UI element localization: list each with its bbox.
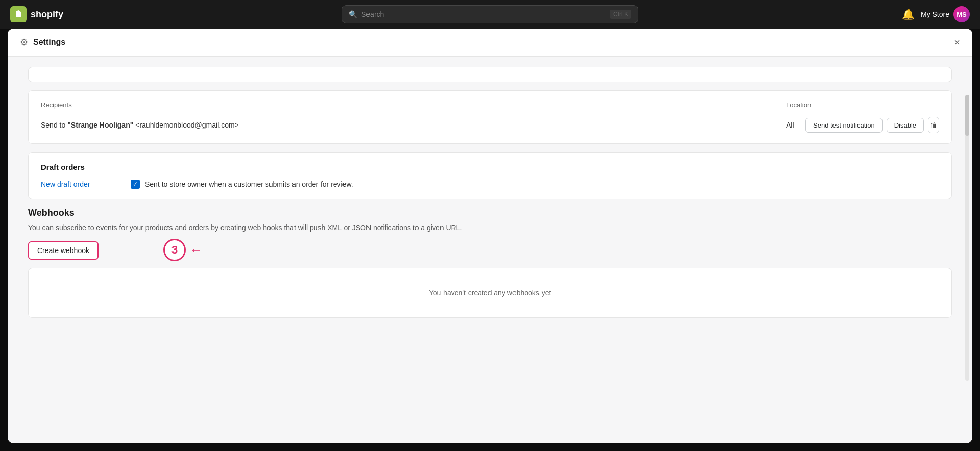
topbar-right: 🔔 My Store MS (902, 6, 970, 22)
step-annotation: 3 ← (163, 239, 202, 261)
location-cell: All Send test notification Disable 🗑 (786, 117, 939, 133)
search-shortcut: Ctrl K (610, 10, 631, 19)
scrollbar-thumb (965, 95, 969, 136)
trash-icon: 🗑 (930, 121, 937, 129)
modal-scrollbar[interactable] (965, 95, 969, 381)
webhooks-title: Webhooks (28, 208, 952, 218)
empty-webhooks-card: You haven't created any webhooks yet (28, 268, 952, 318)
checkmark-icon: ✓ (133, 181, 138, 188)
recipient-name: "Strange Hooligan" (67, 121, 133, 129)
store-button[interactable]: My Store MS (921, 6, 970, 22)
create-webhook-button[interactable]: Create webhook (28, 241, 99, 260)
new-draft-order-checkbox[interactable]: ✓ (131, 180, 140, 189)
delete-button[interactable]: 🗑 (928, 117, 939, 133)
modal-header: ⚙ Settings × (8, 29, 972, 57)
send-test-notification-button[interactable]: Send test notification (805, 118, 883, 133)
partial-top-card (28, 67, 952, 82)
scrollbar-track (965, 95, 969, 381)
modal-body: Recipients Location Send to "Strange Hoo… (8, 57, 972, 443)
search-placeholder: Search (361, 10, 606, 18)
send-to-prefix: Send to (41, 121, 67, 129)
shopify-logo-text: shopify (31, 9, 63, 20)
topbar-left: shopify (10, 6, 63, 22)
shopify-logo-icon (10, 6, 27, 22)
modal-close-button[interactable]: × (954, 37, 960, 47)
shopify-logo: shopify (10, 6, 63, 22)
empty-webhooks-message: You haven't created any webhooks yet (429, 289, 551, 297)
checkbox-label: Sent to store owner when a customer subm… (145, 180, 353, 188)
draft-orders-card: Draft orders New draft order ✓ Sent to s… (28, 152, 952, 199)
search-icon: 🔍 (349, 10, 357, 18)
step-number: 3 (163, 239, 186, 261)
recipients-card: Recipients Location Send to "Strange Hoo… (28, 90, 952, 144)
draft-orders-title: Draft orders (41, 163, 939, 171)
search-bar[interactable]: 🔍 Search Ctrl K (342, 5, 638, 23)
avatar: MS (953, 6, 970, 22)
webhooks-description: You can subscribe to events for your pro… (28, 222, 952, 233)
recipient-row: Send to "Strange Hooligan" <rauhldemonbl… (41, 117, 939, 133)
topbar: shopify 🔍 Search Ctrl K 🔔 My Store MS (0, 0, 980, 29)
recipient-text: Send to "Strange Hooligan" <rauhldemonbl… (41, 121, 786, 129)
table-header: Recipients Location (41, 101, 939, 109)
store-name: My Store (921, 10, 949, 18)
recipient-email: <rauhldemonblood@gmail.com> (133, 121, 238, 129)
notification-bell[interactable]: 🔔 (902, 8, 915, 20)
modal-title: Settings (33, 38, 65, 47)
avatar-initials: MS (957, 11, 967, 18)
new-draft-order-link[interactable]: New draft order (41, 180, 122, 188)
col-location-header: Location (786, 101, 939, 109)
location-value: All (786, 121, 801, 129)
col-recipients-header: Recipients (41, 101, 786, 109)
draft-orders-row: New draft order ✓ Sent to store owner wh… (41, 180, 939, 189)
checkbox-row: ✓ Sent to store owner when a customer su… (131, 180, 353, 189)
settings-modal: ⚙ Settings × Recipients Location Send to… (8, 29, 972, 443)
settings-icon: ⚙ (20, 37, 28, 48)
step-arrow-icon: ← (190, 243, 202, 257)
disable-button[interactable]: Disable (887, 118, 924, 133)
